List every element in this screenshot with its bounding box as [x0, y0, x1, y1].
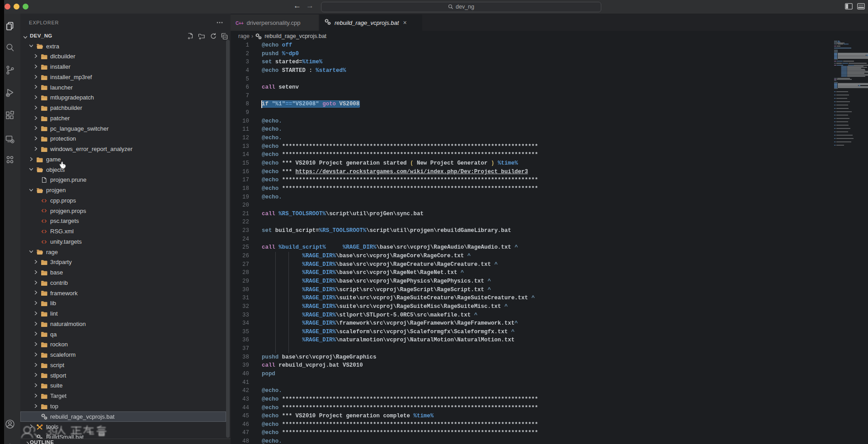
svg-text:39: 39	[46, 425, 57, 438]
